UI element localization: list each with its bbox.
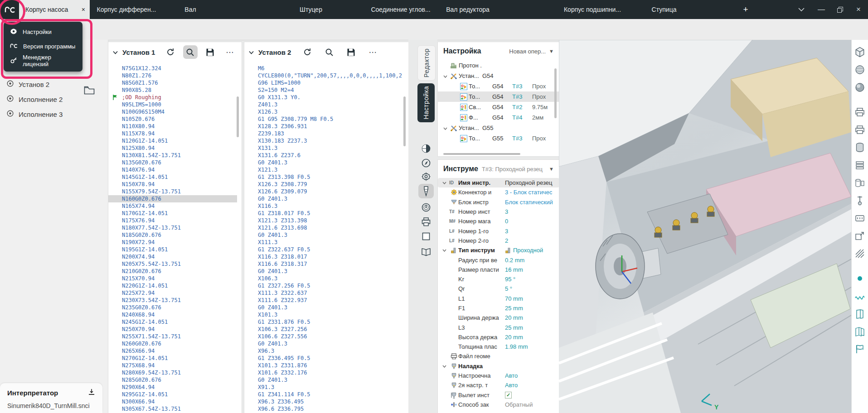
boxarrow-view-icon[interactable] [854,230,866,242]
code-line[interactable]: N230X73.54Z-13.751 [108,297,237,304]
tree-row-3[interactable]: GТо...G54Т#3Прох [438,81,559,91]
tool-prop-14[interactable]: F125 mm [438,303,559,313]
code-line[interactable]: G0 Z401.3 [244,195,404,202]
cube-view-icon[interactable] [854,46,866,58]
code-line[interactable]: N175X76.94 [108,217,237,224]
tool-prop-8[interactable]: Тип инструм Проходной [438,245,559,255]
tool-prop-19[interactable]: Файл геоме [438,351,559,361]
code-line[interactable]: N290X64.94 [108,384,237,391]
tab-6[interactable]: Вал редуктора [446,0,490,19]
code-line[interactable]: N115X78.94 [108,130,237,137]
flag-view-icon[interactable] [854,343,866,355]
code-line[interactable]: G1 Z313.398 F0.5 [244,173,404,181]
code-line[interactable]: G0 Z401.3 [244,159,404,166]
code-line[interactable]: N110X80.94 [108,123,237,130]
tool-prop-1[interactable]: IDИмя инстр.Проходной резец [438,178,559,187]
code-line[interactable]: N195G1Z-14.051 [108,246,237,253]
code-line[interactable]: X106.3 Z327.256 [244,326,404,333]
tool-prop-22[interactable]: 2я настр. тАвто [438,380,559,390]
code-line[interactable]: Z401.3 [244,101,404,108]
code-line[interactable]: X116.3 Z318.017 [244,253,404,260]
code-line[interactable]: N295G1Z-14.051 [108,391,237,398]
code-line[interactable]: N180X77.54Z-13.751 [108,224,237,231]
code-line[interactable]: N130X81.54Z-13.751 [108,152,237,159]
dot-view-icon[interactable] [854,273,866,284]
tool-prop-15[interactable]: Ширина держа20 mm [438,313,559,322]
chevron-down-icon[interactable] [794,0,809,19]
tab-close-icon[interactable]: × [82,6,85,13]
tab-5[interactable]: Соединение углов... [371,0,430,19]
tab-editor[interactable]: Редактор [417,45,436,81]
cyl2-view-icon[interactable] [854,177,866,189]
refresh-icon[interactable] [299,45,315,59]
more-icon[interactable]: ⋯ [364,45,381,59]
code-line[interactable]: N140X76.94 [108,166,237,173]
code-line[interactable]: N215X70.94 [108,275,237,282]
book-view-icon[interactable] [854,308,866,320]
minimize-button[interactable]: — [814,0,829,19]
close-button[interactable]: × [851,0,866,19]
checkbox[interactable]: ✓ [505,392,512,399]
caret-down-icon[interactable]: ▼ [549,166,554,172]
tool-prop-3[interactable]: Блок инстрБлок статический [438,197,559,207]
code-line[interactable]: N255X71.54Z-13.751 [108,333,237,340]
tool-prop-24[interactable]: Способ закОбратный [438,400,559,409]
tool-prop-6[interactable]: L#Номер 1-го3 [438,226,559,235]
eye-icon[interactable] [6,80,14,89]
code-line[interactable]: N305X67.54Z-13.751 [108,405,237,413]
code-line[interactable]: G0 Z401.3 [244,304,404,311]
scrollbar[interactable] [403,96,406,146]
code-line[interactable]: X101.3 Z331.876 [244,362,404,369]
tree-row-8[interactable]: GТо...G55Т#3Прох [438,133,559,144]
tree-row-6[interactable]: GФ...G54Т#42мм [438,112,559,123]
horizontal-scrollbar[interactable] [443,153,520,155]
code-line[interactable]: CYCLE800(0,"TURN",200,57,,,,0,0,0,,,,1,1… [244,72,404,79]
code-line[interactable]: N265X66.94 [108,347,237,355]
code-line[interactable]: N285G0Z0.676 [108,376,237,384]
code-line[interactable]: G96 LIMS=1000 [244,79,404,86]
code-line[interactable]: X121.3 Z313.398 [244,217,404,224]
code-line[interactable]: X121.3 [244,166,404,173]
code-line[interactable]: G1 Z318.017 F0.5 [244,210,404,217]
search-icon[interactable] [321,45,337,59]
code-line[interactable]: M6 [244,65,404,72]
printer-o-icon[interactable] [418,215,434,229]
app-logo[interactable] [1,1,19,18]
tool-prop-18[interactable]: Толщина плас1.98 mm [438,342,559,351]
code-line[interactable]: N205X75.54Z-13.751 [108,260,237,268]
code-line[interactable]: G0 X131.3 Y0. [244,94,404,101]
code-line[interactable]: X101.3 [244,311,404,318]
code-line[interactable]: N200X74.94 [108,253,237,260]
gcode-listing-1[interactable]: N75G1X12.324N80Z1.276N85G0Z1.576N90X85.2… [108,65,237,413]
tab-2[interactable]: Корпус дифферен... [97,0,156,19]
code-line[interactable]: G1 Z331.876 F0.5 [244,318,404,326]
tab-4[interactable]: Штуцер [300,0,322,19]
eye-icon[interactable] [6,110,14,119]
code-line[interactable]: X96.3 [244,347,404,355]
eye-icon[interactable] [6,95,14,104]
code-line[interactable]: N170G1Z-14.051 [108,210,237,217]
code-line[interactable]: N245G1Z-14.051 [108,318,237,326]
code-line[interactable]: X96.3 Z336.495 [244,398,404,405]
code-line[interactable]: N190X72.94 [108,239,237,246]
square-icon[interactable] [418,229,434,244]
code-line[interactable]: S2=150 M2=4 [244,86,404,94]
compass-icon[interactable] [418,156,434,170]
code-line[interactable]: N225X72.94 [108,289,237,297]
code-line[interactable]: X121.6 Z313.698 [244,224,404,231]
chevron-down-icon[interactable] [249,48,254,56]
code-line[interactable]: G0 Z401.3 [244,231,404,239]
tool-prop-7[interactable]: L#Номер 2-го2 [438,236,559,245]
code-line[interactable]: X96.6 Z336.795 [244,405,404,413]
sphere-view-icon[interactable] [854,64,866,76]
code-line[interactable]: G0 Z401.3 [244,340,404,347]
gcode-listing-2[interactable]: M6CYCLE800(0,"TURN",200,57,,,,0,0,0,,,,1… [244,65,404,413]
code-line[interactable]: N250X70.94 [108,326,237,333]
tool-prop-16[interactable]: L325 mm [438,322,559,332]
sidebar-item-3[interactable]: Исполнение 3 [6,110,63,119]
contrast-icon[interactable] [418,141,434,156]
tab-7[interactable]: Корпус подшипни... [564,0,621,19]
code-line[interactable]: G1 Z322.637 F0.5 [244,246,404,253]
menu-item-3[interactable]: Менеджер лицензий [4,53,82,68]
new-operation-dropdown[interactable]: Новая опер...▼ [509,48,554,55]
